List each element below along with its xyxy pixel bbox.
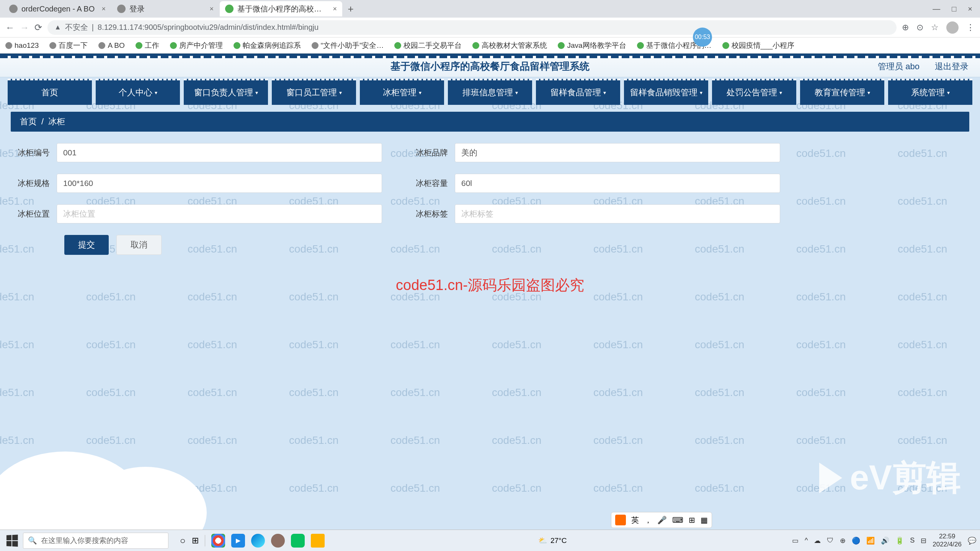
cortana-icon[interactable]: ○: [180, 535, 186, 546]
reload-icon[interactable]: ⟳: [34, 22, 42, 33]
ime-punct-icon[interactable]: ，: [644, 515, 652, 525]
tray-icon[interactable]: ⊟: [921, 536, 926, 545]
tray-icon[interactable]: S: [910, 536, 915, 544]
star-icon[interactable]: ☆: [931, 23, 939, 33]
input-capacity[interactable]: [455, 174, 780, 193]
url-input[interactable]: ▲ 不安全 | 8.129.11.174:9005/springbootviu2…: [47, 20, 897, 35]
close-window-icon[interactable]: ×: [968, 5, 972, 13]
breadcrumb-home[interactable]: 首页: [20, 116, 37, 127]
input-tag[interactable]: [455, 204, 780, 223]
bookmark-item[interactable]: 百度一下: [49, 41, 88, 51]
translate-icon[interactable]: ⊕: [902, 23, 909, 33]
browser-tab-active[interactable]: 基于微信小程序的高校餐厅食品 ×: [220, 1, 342, 16]
wechat-icon[interactable]: [291, 534, 305, 548]
ime-keyboard-icon[interactable]: ⌨: [672, 515, 683, 525]
chevron-down-icon: ▾: [419, 90, 421, 96]
nav-sample-food[interactable]: 留样食品管理▾: [536, 79, 620, 105]
admin-label[interactable]: 管理员 abo: [878, 61, 920, 72]
chrome-icon[interactable]: [211, 534, 225, 548]
profile-avatar[interactable]: [946, 21, 959, 34]
input-location[interactable]: [57, 204, 382, 223]
chevron-down-icon: ▾: [155, 90, 157, 96]
bookmark-icon: [136, 42, 142, 49]
ime-lang[interactable]: 英: [631, 515, 639, 525]
main-nav: 首页 个人中心▾ 窗口负责人管理▾ 窗口员工管理▾ 冰柜管理▾ 排班信息管理▾ …: [0, 79, 980, 105]
close-tab-icon[interactable]: ×: [209, 5, 214, 13]
cancel-button[interactable]: 取消: [116, 235, 162, 255]
nav-penalty[interactable]: 处罚公告管理▾: [712, 79, 796, 105]
chevron-down-icon: ▾: [339, 90, 342, 96]
input-number[interactable]: [57, 143, 382, 162]
bookmark-item[interactable]: Java网络教学平台: [558, 41, 626, 51]
minimize-icon[interactable]: —: [933, 5, 940, 13]
nav-schedule[interactable]: 排班信息管理▾: [448, 79, 532, 105]
maximize-icon[interactable]: □: [952, 5, 956, 13]
tray-icon[interactable]: 🛡: [827, 536, 834, 544]
ime-tool-icon[interactable]: ⊞: [689, 515, 695, 525]
ime-mic-icon[interactable]: 🎤: [657, 515, 667, 525]
app-icon[interactable]: [271, 534, 285, 548]
bookmark-item[interactable]: 校园二手交易平台: [394, 41, 462, 51]
browser-chrome: orderCodegen - A BO × 登录 × 基于微信小程序的高校餐厅食…: [0, 0, 980, 54]
folder-icon[interactable]: [311, 534, 325, 548]
input-spec[interactable]: [57, 174, 382, 193]
notifications-icon[interactable]: 💬: [968, 536, 976, 545]
clock[interactable]: 22:59 2022/4/26: [933, 533, 962, 548]
nav-system[interactable]: 系统管理▾: [888, 79, 972, 105]
close-tab-icon[interactable]: ×: [101, 5, 106, 13]
nav-personal[interactable]: 个人中心▾: [96, 79, 180, 105]
nav-window-manager[interactable]: 窗口负责人管理▾: [184, 79, 268, 105]
bookmark-item[interactable]: hao123: [5, 41, 39, 50]
tray-expand-icon[interactable]: ^: [805, 536, 808, 544]
submit-button[interactable]: 提交: [64, 235, 109, 255]
recording-timer: 00:53: [693, 28, 712, 47]
bookmark-item[interactable]: 帕金森病例追踪系: [234, 41, 301, 51]
label-brand: 冰柜品牌: [413, 147, 455, 158]
edge-icon[interactable]: [251, 534, 265, 548]
browser-tab[interactable]: orderCodegen - A BO ×: [4, 1, 111, 16]
label-spec: 冰柜规格: [15, 178, 57, 189]
bookmark-item[interactable]: 房产中介管理: [170, 41, 223, 51]
tray-icon[interactable]: 🔵: [852, 536, 860, 545]
battery-icon[interactable]: 🔋: [895, 536, 904, 545]
back-icon[interactable]: ←: [5, 22, 15, 33]
volume-icon[interactable]: 🔊: [881, 536, 889, 545]
logout-link[interactable]: 退出登录: [935, 61, 969, 72]
forward-icon[interactable]: →: [20, 22, 29, 33]
zoom-icon[interactable]: ⊙: [916, 23, 923, 33]
browser-tab[interactable]: 登录 ×: [112, 1, 219, 16]
close-tab-icon[interactable]: ×: [333, 5, 337, 13]
form-area: 冰柜编号 冰柜品牌 冰柜规格 冰柜容量 冰柜位置: [11, 132, 969, 266]
ime-toolbar[interactable]: 英 ， 🎤 ⌨ ⊞ ▦: [611, 512, 712, 528]
bookmark-item[interactable]: 工作: [136, 41, 159, 51]
taskbar-search[interactable]: 🔍 在这里输入你要搜索的内容: [23, 533, 168, 549]
ime-grid-icon[interactable]: ▦: [701, 515, 708, 525]
app-icon[interactable]: ▶: [231, 534, 245, 548]
weather-widget[interactable]: ⛅ 27°C: [538, 536, 567, 545]
nav-window-staff[interactable]: 窗口员工管理▾: [272, 79, 356, 105]
nav-fridge[interactable]: 冰柜管理▾: [360, 79, 444, 105]
wifi-icon[interactable]: 📶: [866, 536, 875, 545]
field-number: 冰柜编号: [15, 143, 382, 162]
bookmarks-bar: hao123 百度一下 A BO 工作 房产中介管理 帕金森病例追踪系 “文件小…: [0, 37, 980, 54]
bookmark-item[interactable]: 高校教材大管家系统: [472, 41, 547, 51]
nav-home[interactable]: 首页: [8, 79, 92, 105]
bookmark-item[interactable]: A BO: [98, 41, 124, 50]
separator: [205, 535, 205, 546]
tray-icon[interactable]: ▭: [792, 536, 799, 545]
nav-education[interactable]: 教育宣传管理▾: [800, 79, 884, 105]
app-header: 基于微信小程序的高校餐厅食品留样管理系统 管理员 abo 退出登录: [0, 54, 980, 77]
nav-destroy[interactable]: 留样食品销毁管理▾: [624, 79, 708, 105]
new-tab-button[interactable]: +: [343, 3, 358, 15]
taskview-icon[interactable]: ⊞: [192, 536, 199, 546]
form-actions: 提交 取消: [15, 235, 965, 255]
tray-icon[interactable]: ☁: [814, 536, 821, 545]
start-button[interactable]: [4, 533, 20, 549]
bookmark-item[interactable]: “文件小助手”安全…: [312, 41, 384, 51]
bookmark-icon: [170, 42, 177, 49]
input-brand[interactable]: [455, 143, 780, 162]
bookmark-item[interactable]: 校园疫情___小程序: [722, 41, 795, 51]
breadcrumb: 首页 / 冰柜: [11, 112, 969, 132]
tray-icon[interactable]: ⊕: [840, 536, 846, 545]
menu-icon[interactable]: ⋮: [966, 23, 975, 33]
